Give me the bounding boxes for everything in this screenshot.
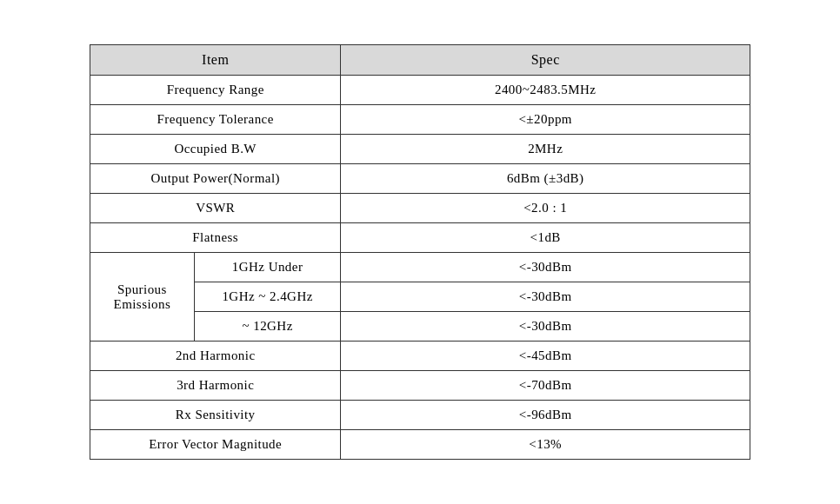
table-row: Error Vector Magnitude <13% — [90, 430, 750, 460]
table-row: Frequency Tolerance <±20ppm — [90, 105, 750, 135]
spurious-row: Spurious Emissions 1GHz Under <-30dBm — [90, 253, 750, 282]
row-spec: 2400~2483.5MHz — [341, 76, 750, 105]
table-row: Flatness <1dB — [90, 223, 750, 253]
row-spec: 6dBm (±3dB) — [341, 164, 750, 194]
spurious-sub-item: 1GHz Under — [194, 253, 341, 282]
table-row: Rx Sensitivity <-96dBm — [90, 401, 750, 430]
row-spec: <13% — [341, 430, 750, 460]
spec-table-container: Item Spec Frequency Range 2400~2483.5MHz… — [90, 44, 750, 460]
spurious-label: Spurious Emissions — [90, 253, 195, 342]
row-spec: <-96dBm — [341, 401, 750, 430]
row-spec: <1dB — [341, 223, 750, 253]
spurious-sub-item: 1GHz ~ 2.4GHz — [194, 282, 341, 312]
spec-table: Item Spec Frequency Range 2400~2483.5MHz… — [90, 44, 750, 460]
table-row: Output Power(Normal) 6dBm (±3dB) — [90, 164, 750, 194]
row-item: Frequency Tolerance — [90, 105, 341, 135]
row-item: Rx Sensitivity — [90, 401, 341, 430]
spurious-spec: <-30dBm — [341, 312, 750, 342]
table-row: Frequency Range 2400~2483.5MHz — [90, 76, 750, 105]
row-item: Error Vector Magnitude — [90, 430, 341, 460]
spurious-spec: <-30dBm — [341, 282, 750, 312]
table-row: VSWR <2.0 : 1 — [90, 194, 750, 223]
header-spec: Spec — [341, 45, 750, 76]
row-spec: <2.0 : 1 — [341, 194, 750, 223]
row-item: Frequency Range — [90, 76, 341, 105]
table-row: Occupied B.W 2MHz — [90, 135, 750, 164]
row-item: Output Power(Normal) — [90, 164, 341, 194]
table-row: 3rd Harmonic <-70dBm — [90, 371, 750, 401]
row-spec: 2MHz — [341, 135, 750, 164]
row-spec: <±20ppm — [341, 105, 750, 135]
table-header-row: Item Spec — [90, 45, 750, 76]
row-item: Occupied B.W — [90, 135, 341, 164]
table-row: 2nd Harmonic <-45dBm — [90, 342, 750, 371]
header-item: Item — [90, 45, 341, 76]
row-spec: <-45dBm — [341, 342, 750, 371]
spurious-spec: <-30dBm — [341, 253, 750, 282]
row-item: 2nd Harmonic — [90, 342, 341, 371]
spurious-sub-item: ~ 12GHz — [194, 312, 341, 342]
row-spec: <-70dBm — [341, 371, 750, 401]
row-item: Flatness — [90, 223, 341, 253]
row-item: VSWR — [90, 194, 341, 223]
row-item: 3rd Harmonic — [90, 371, 341, 401]
